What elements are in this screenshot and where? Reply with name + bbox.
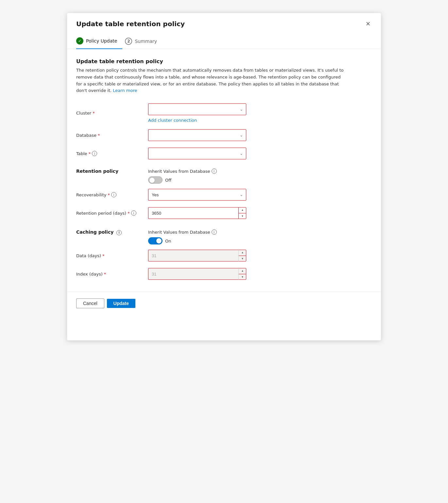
database-label: Database * — [76, 133, 148, 138]
data-days-wrapper: ▲ ▼ — [148, 250, 246, 261]
database-field-row: Database * ⌄ — [76, 129, 372, 141]
retention-period-field-row: Retention period (days) * i ▲ ▼ — [76, 207, 372, 219]
step2-label: Summary — [135, 39, 157, 44]
recoverability-field-row: Recoverability * i Yes No ⌄ — [76, 189, 372, 201]
table-select-wrapper: ⌄ — [148, 148, 246, 159]
cluster-label: Cluster * — [76, 111, 148, 116]
data-days-input[interactable] — [148, 250, 246, 261]
retention-inherit-info-icon[interactable]: i — [212, 169, 217, 174]
cancel-button[interactable]: Cancel — [76, 298, 104, 308]
recoverability-select-wrapper: Yes No ⌄ — [148, 189, 246, 201]
table-field-row: Table * i ⌄ — [76, 148, 372, 159]
retention-period-spin-down[interactable]: ▼ — [239, 213, 246, 219]
step1-circle: ✓ — [76, 37, 83, 45]
retention-inherit-label: Inherit Values from Database i — [148, 169, 217, 174]
caching-inherit-label: Inherit Values from Database i — [148, 229, 217, 235]
learn-more-link[interactable]: Learn more — [113, 88, 137, 93]
step2-circle: 2 — [125, 38, 132, 45]
caching-toggle-row: On — [148, 237, 217, 244]
section-title: Update table retention policy — [76, 58, 372, 64]
recoverability-label: Recoverability * i — [76, 192, 148, 197]
index-days-spin-up[interactable]: ▲ — [239, 268, 246, 274]
retention-policy-title: Retention policy — [76, 169, 148, 174]
cluster-select-wrapper: ⌄ — [148, 103, 246, 115]
database-select[interactable] — [148, 129, 246, 141]
caching-toggle[interactable] — [148, 237, 163, 244]
table-info-icon[interactable]: i — [92, 151, 97, 156]
data-days-spin-up[interactable]: ▲ — [239, 250, 246, 256]
content-area: Update table retention policy The retent… — [67, 49, 381, 280]
dialog-title: Update table retention policy — [76, 20, 185, 28]
data-days-spinners: ▲ ▼ — [238, 250, 246, 261]
caching-toggle-track — [148, 237, 163, 244]
add-cluster-link[interactable]: Add cluster connection — [148, 118, 372, 123]
retention-toggle-state-label: Off — [165, 178, 171, 183]
retention-toggle-track — [148, 176, 163, 184]
retention-toggle[interactable] — [148, 176, 163, 184]
retention-period-spinners: ▲ ▼ — [238, 207, 246, 219]
retention-period-wrapper: ▲ ▼ — [148, 207, 246, 219]
retention-period-info-icon[interactable]: i — [131, 210, 136, 216]
index-days-spinners: ▲ ▼ — [238, 268, 246, 280]
caching-toggle-state-label: On — [165, 239, 171, 243]
caching-policy-section: Caching policy i Inherit Values from Dat… — [76, 229, 372, 280]
update-button[interactable]: Update — [107, 299, 135, 308]
caching-inherit-area: Inherit Values from Database i On — [148, 229, 217, 244]
table-label: Table * i — [76, 151, 148, 156]
recoverability-info-icon[interactable]: i — [111, 192, 116, 197]
step-summary[interactable]: 2 Summary — [125, 34, 162, 49]
retention-period-spin-up[interactable]: ▲ — [239, 207, 246, 213]
cluster-select[interactable] — [148, 103, 246, 115]
retention-period-label: Retention period (days) * i — [76, 210, 148, 216]
database-select-wrapper: ⌄ — [148, 129, 246, 141]
retention-period-input[interactable] — [148, 207, 246, 219]
data-days-spin-down[interactable]: ▼ — [239, 256, 246, 262]
retention-toggle-row: Off — [148, 176, 217, 184]
index-days-wrapper: ▲ ▼ — [148, 268, 246, 280]
dialog: Update table retention policy ✕ ✓ Policy… — [67, 13, 381, 340]
table-select[interactable] — [148, 148, 246, 159]
retention-inherit-area: Inherit Values from Database i Off — [148, 169, 217, 184]
retention-policy-header: Retention policy Inherit Values from Dat… — [76, 169, 372, 184]
section-description: The retention policy controls the mechan… — [76, 67, 344, 94]
data-days-field-row: Data (days) * ▲ ▼ — [76, 250, 372, 261]
dialog-footer: Cancel Update — [67, 292, 381, 315]
dialog-header: Update table retention policy ✕ — [67, 13, 381, 33]
index-days-spin-down[interactable]: ▼ — [239, 274, 246, 280]
close-button[interactable]: ✕ — [364, 20, 372, 28]
data-days-label: Data (days) * — [76, 253, 148, 258]
retention-policy-section: Retention policy Inherit Values from Dat… — [76, 169, 372, 219]
caching-policy-title: Caching policy i — [76, 229, 148, 235]
steps-bar: ✓ Policy Update 2 Summary — [67, 33, 381, 49]
step-policy-update[interactable]: ✓ Policy Update — [76, 33, 122, 49]
index-days-field-row: Index (days) * ▲ ▼ — [76, 268, 372, 280]
retention-toggle-thumb — [149, 178, 155, 183]
cluster-field-row: Cluster * ⌄ Add cluster connection — [76, 103, 372, 123]
cluster-field-column: ⌄ Add cluster connection — [148, 103, 372, 123]
step1-label: Policy Update — [86, 38, 117, 44]
caching-toggle-thumb — [156, 238, 162, 243]
caching-inherit-info-icon[interactable]: i — [212, 229, 217, 235]
caching-policy-info-icon[interactable]: i — [116, 230, 122, 235]
caching-policy-header: Caching policy i Inherit Values from Dat… — [76, 229, 372, 244]
recoverability-select[interactable]: Yes No — [148, 189, 246, 201]
index-days-input[interactable] — [148, 268, 246, 280]
index-days-label: Index (days) * — [76, 272, 148, 277]
